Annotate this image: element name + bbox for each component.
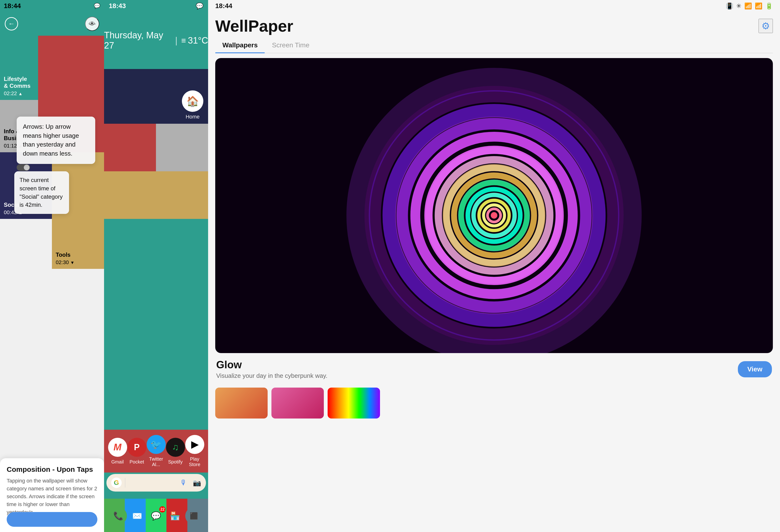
weather-widget: ≡ 31°C [181, 36, 208, 46]
back-button[interactable]: ← [5, 17, 18, 31]
home-app-label: Home [186, 114, 200, 120]
tile-lifestyle[interactable]: Lifestyle& Comms 02:22 [0, 36, 38, 100]
dark-blue-tile: 🏠 Home [104, 69, 208, 124]
glow-image [215, 58, 773, 353]
app-gmail[interactable]: M Gmail [108, 438, 127, 465]
playstore-label: Play Store [186, 456, 204, 467]
home-tiles-container: 🏠 Home M Gmail P Pock [104, 69, 208, 532]
app-twitter[interactable]: 🐦 Twitter Al... [147, 435, 165, 467]
wp-header: WellPaper ⚙ [208, 12, 780, 38]
tooltip-arrows: Arrows: Up arrow means higher usage than… [17, 117, 95, 164]
social-toggle[interactable] [17, 164, 30, 171]
dock-phone[interactable]: 📞 [110, 507, 127, 524]
status-bar-1: 18:44 💬 [0, 0, 104, 12]
tooltip-social-text: The current screen time of "Social" cate… [19, 177, 63, 208]
thumbnail-rainbow[interactable] [328, 387, 380, 419]
dock-messages[interactable]: ✉️ [129, 507, 146, 524]
dock-store[interactable]: 🏪 [166, 507, 184, 524]
tab-wallpapers[interactable]: Wallpapers [215, 38, 265, 53]
thumbnail-pink[interactable] [272, 387, 324, 419]
whatsapp-icon-2: 💬 [196, 2, 203, 10]
whatsapp-icon-1: 💬 [94, 3, 100, 9]
eye-slash-icon: 👁 [89, 20, 95, 28]
apps-row: M Gmail P Pocket 🐦 Twitter Al... [104, 430, 208, 473]
lens-icon[interactable]: 📷 [193, 479, 201, 487]
google-home-icon: 🏠 [186, 95, 199, 107]
svg-point-16 [491, 212, 497, 219]
wifi-icon: 📶 [744, 2, 752, 10]
tan-tile [104, 171, 208, 219]
social-toggle-knob [24, 165, 30, 170]
bluetooth-icon: ✳ [736, 2, 741, 10]
card-body: Tapping on the wallpaper will show categ… [7, 477, 97, 516]
whatsapp-dock-icon: 💬 [151, 511, 161, 521]
card-title: Composition - Upon Taps [7, 465, 97, 474]
more-icon: ⬛ [190, 512, 198, 520]
panel-wellpaper: 18:44 📳 ✳ 📶 📶 🔋 WellPaper ⚙ Wallpapers S… [208, 0, 780, 532]
playstore-icon: ▶ [185, 435, 204, 454]
spotify-icon: ♫ [166, 438, 185, 457]
bottom-dock: 📞 ✉️ 💬 22 🏪 ⬛ [104, 504, 208, 528]
app-title: WellPaper [215, 17, 293, 35]
tools-time: 02:30 [56, 259, 100, 266]
dock-whatsapp[interactable]: 💬 22 [147, 507, 164, 524]
st-tiles-container: Lifestyle& Comms 02:22 Entertainment 03:… [0, 36, 104, 532]
phone-icon: 📞 [113, 511, 123, 521]
gmail-icon: M [108, 438, 127, 457]
status-bar-3: 18:44 📳 ✳ 📶 📶 🔋 [208, 0, 780, 12]
messages-icon: ✉️ [132, 511, 142, 521]
home-app-circle: 🏠 [182, 91, 203, 112]
wallpaper-card-glow[interactable] [215, 58, 773, 353]
thumbnail-warm[interactable] [215, 387, 267, 419]
signal-icon: 📶 [755, 2, 763, 10]
status-time-2: 18:43 [109, 2, 126, 10]
status-icons-2: 💬 [196, 2, 203, 10]
pocket-label: Pocket [130, 459, 144, 465]
search-bar[interactable]: G 🎙 📷 [106, 474, 206, 491]
view-button[interactable]: View [738, 361, 772, 377]
st-header: ← 👁 [0, 12, 104, 36]
tools-arrow [70, 259, 75, 266]
mic-icon[interactable]: 🎙 [180, 479, 187, 487]
gray-tile [156, 124, 208, 171]
google-logo: G [111, 478, 122, 488]
pocket-icon: P [128, 438, 146, 457]
temperature: 31°C [188, 36, 208, 46]
lifestyle-arrow [18, 91, 22, 97]
status-time-1: 18:44 [4, 2, 21, 10]
wallpaper-description: Visualize your day in the cyberpunk way. [216, 372, 327, 379]
gmail-label: Gmail [111, 459, 124, 465]
gear-icon: ⚙ [762, 20, 770, 32]
lifestyle-time: 02:22 [4, 91, 34, 97]
card-action-button[interactable] [7, 512, 97, 527]
settings-button[interactable]: ⚙ [759, 19, 773, 33]
separator: | [175, 36, 178, 46]
tab-screentime-label: Screen Time [272, 41, 309, 49]
thumbnail-row [215, 387, 773, 419]
app-pocket[interactable]: P Pocket [128, 438, 146, 465]
weather-icon: ≡ [181, 36, 186, 45]
dock-more[interactable]: ⬛ [185, 507, 202, 524]
glow-svg [215, 58, 773, 353]
wp-tabs: Wallpapers Screen Time [215, 38, 773, 53]
date-weather-widget: Thursday, May 27 | ≡ 31°C [104, 12, 208, 69]
wallpaper-name: Glow [216, 359, 327, 371]
wp-content: Glow Visualize your day in the cyberpunk… [208, 53, 780, 532]
lifestyle-label: Lifestyle& Comms [4, 76, 34, 90]
panel-screentime: 18:44 💬 ← 👁 Lifestyle& Comms 02:22 Enter… [0, 0, 104, 532]
wallpaper-info-text: Glow Visualize your day in the cyberpunk… [216, 359, 327, 379]
panel-home: 18:43 💬 Thursday, May 27 | ≡ 31°C 🏠 Home [104, 0, 208, 532]
status-icons-1: 💬 [94, 3, 100, 9]
status-bar-2: 18:43 💬 [104, 0, 208, 12]
tools-label: Tools [56, 252, 100, 258]
status-icons-3: 📳 ✳ 📶 📶 🔋 [726, 2, 773, 10]
home-app-container[interactable]: 🏠 Home [182, 91, 203, 120]
tab-screentime[interactable]: Screen Time [265, 38, 316, 53]
app-playstore[interactable]: ▶ Play Store [186, 435, 204, 467]
wallpaper-info-row: Glow Visualize your day in the cyberpunk… [215, 353, 773, 385]
app-spotify[interactable]: ♫ Spotify [166, 438, 185, 465]
eye-button[interactable]: 👁 [85, 17, 99, 31]
battery-icon: 🔋 [765, 2, 773, 10]
tooltip-social: The current screen time of "Social" cate… [14, 171, 69, 214]
twitter-icon: 🐦 [147, 435, 166, 454]
